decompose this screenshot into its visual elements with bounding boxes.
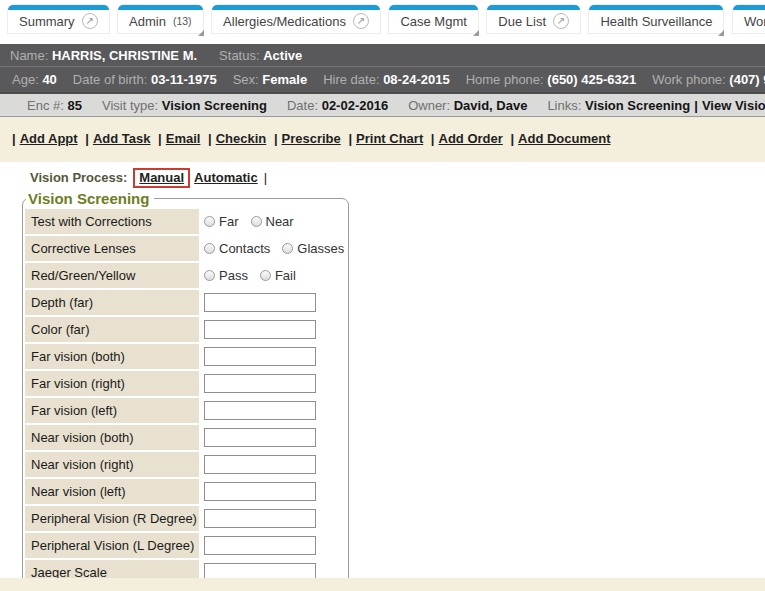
form-row-near-vision-both: Near vision (both) [25,425,346,450]
radio-option-fail: Fail [260,268,296,283]
tab-health-surveillance[interactable]: Health Surveillance [589,5,723,33]
action-link-checkin[interactable]: Checkin [216,131,267,146]
field-value-cell [199,425,346,450]
tab-bar: Summary ↗ Admin (13) Allergies/Medicatio… [0,0,765,44]
depth-far-input[interactable] [204,293,316,312]
link-separator: | [85,131,89,146]
action-link-prescribe[interactable]: Prescribe [282,131,341,146]
action-link-add-order[interactable]: Add Order [439,131,503,146]
form-rows-container: Test with Corrections FarNear Corrective… [25,209,346,578]
near-vision-left-input[interactable] [204,482,316,501]
field-value-cell [199,506,346,531]
tab-work-status[interactable]: Work Status ↗ [733,5,765,33]
form-row-far-vision-right: Far vision (right) [25,371,346,396]
vision-screening-fieldset: Vision Screening Test with Corrections F… [22,190,349,578]
radio-contacts[interactable] [204,243,215,254]
field-value-cell [199,371,346,396]
form-row-near-vision-right: Near vision (right) [25,452,346,477]
main-content: Vision Process:ManualAutomatic| Vision S… [0,162,765,578]
jaeger-scale-input[interactable] [204,563,316,578]
info-value: 85 [67,98,81,113]
radio-fail[interactable] [260,270,271,281]
info-value: Active [263,48,302,63]
info-value: (407) 939 [729,72,765,87]
radio-label: Far [219,214,239,229]
radio-near[interactable] [251,216,262,227]
action-link-add-appt[interactable]: Add Appt [20,131,78,146]
far-vision-left-input[interactable] [204,401,316,420]
encounter-links: Links: Vision Screening|View Vision Scre… [547,98,765,113]
enc-link-vision-screening[interactable]: Vision Screening [585,98,690,113]
demo-hire-date: Hire date: 08-24-2015 [323,72,450,87]
tab-due-list[interactable]: Due List ↗ [487,5,580,33]
action-link-email[interactable]: Email [166,131,201,146]
near-vision-both-input[interactable] [204,428,316,447]
form-row-far-vision-left: Far vision (left) [25,398,346,423]
far-vision-both-input[interactable] [204,347,316,366]
tab-label: Health Surveillance [600,14,712,29]
color-far-input[interactable] [204,320,316,339]
info-label: Work phone: [652,72,725,87]
manual-link[interactable]: Manual [139,170,184,185]
action-link-print-chart[interactable]: Print Chart [356,131,423,146]
form-row-color-far: Color (far) [25,317,346,342]
external-link-icon: ↗ [553,13,569,29]
external-link-icon: ↗ [353,13,369,29]
enc-enc: Enc #: 85 [27,98,82,113]
manual-annotation-box: Manual [133,168,190,188]
tab-label: Allergies/Medications [223,14,346,29]
demo-age: Age: 40 [12,72,57,87]
enc-link-separator: | [694,98,698,113]
field-value-cell [199,479,346,504]
action-link-add-task[interactable]: Add Task [93,131,151,146]
near-vision-right-input[interactable] [204,455,316,474]
info-label: Enc #: [27,98,64,113]
info-label: Owner: [408,98,450,113]
action-links-bar: |Add Appt |Add Task |Email |Checkin |Pre… [0,117,765,162]
peripheral-vision-r-degree-input[interactable] [204,509,316,528]
bottom-strip [0,578,765,591]
tab-allergies-medications[interactable]: Allergies/Medications ↗ [212,5,380,33]
action-link-add-document[interactable]: Add Document [518,131,610,146]
dropdown-fold-icon [198,30,204,36]
demo-home-phone: Home phone: (650) 425-6321 [466,72,637,87]
tab-label: Work Status [744,14,765,29]
tab-admin[interactable]: Admin (13) [118,5,203,33]
radio-pass[interactable] [204,270,215,281]
field-label: Near vision (both) [25,425,199,450]
radio-label: Near [266,214,294,229]
tab-case-mgmt[interactable]: Case Mgmt [389,5,477,33]
radio-option-near: Near [251,214,294,229]
links-label: Links: [547,98,581,113]
peripheral-vision-l-degree-input[interactable] [204,536,316,555]
form-row-red-green-yellow: Red/Green/Yellow PassFail [25,263,346,288]
link-separator: | [208,131,212,146]
tab-summary[interactable]: Summary ↗ [8,5,109,33]
automatic-link[interactable]: Automatic [194,170,258,185]
radio-option-pass: Pass [204,268,248,283]
info-value: Vision Screening [162,98,267,113]
enc-link-view-vision-screening[interactable]: View Vision Screening [702,98,765,113]
field-value-cell [199,290,346,315]
info-value: 40 [42,72,56,87]
radio-option-far: Far [204,214,239,229]
radio-glasses[interactable] [282,243,293,254]
info-label: Hire date: [323,72,379,87]
demo-sex: Sex: Female [233,72,307,87]
field-value-cell [199,452,346,477]
far-vision-right-input[interactable] [204,374,316,393]
link-separator: | [510,131,514,146]
radio-far[interactable] [204,216,215,227]
enc-date: Date: 02-02-2016 [287,98,388,113]
enc-visit-type: Visit type: Vision Screening [102,98,267,113]
patient-name-bar: Name: HARRIS, CHRISTINE M. Status: Activ… [0,44,765,66]
link-separator: | [274,131,278,146]
form-row-peripheral-vision-l-degree: Peripheral Vision (L Degree) [25,533,346,558]
field-value-cell [199,317,346,342]
field-label: Peripheral Vision (L Degree) [25,533,199,558]
form-row-peripheral-vision-r-degree: Peripheral Vision (R Degree) [25,506,346,531]
field-value-cell [199,344,346,369]
form-row-test-with-corrections: Test with Corrections FarNear [25,209,346,234]
radio-label: Pass [219,268,248,283]
info-label: Date: [287,98,318,113]
